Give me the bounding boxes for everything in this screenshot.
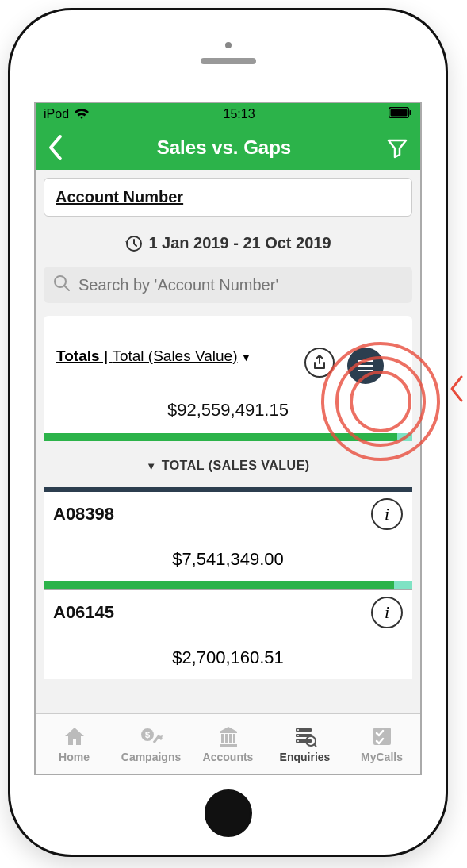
share-button[interactable]	[304, 348, 335, 378]
tab-label: Enquiries	[280, 751, 331, 763]
mycalls-icon	[370, 725, 394, 747]
enquiries-icon	[293, 725, 317, 747]
tab-label: Home	[59, 751, 90, 763]
totals-value: $92,559,491.15	[44, 394, 412, 433]
svg-text:$: $	[144, 730, 149, 739]
account-row[interactable]: A08398 i $7,541,349.00	[44, 492, 412, 589]
nav-bar: Sales vs. Gaps	[36, 125, 420, 170]
home-button[interactable]	[205, 789, 252, 837]
svg-rect-2	[409, 110, 411, 115]
account-row[interactable]: A06145 i $2,700,160.51	[44, 590, 412, 679]
camera-dot	[225, 42, 232, 48]
content-area: Account Number 1 Jan 2019 - 21 Oct 2019 …	[36, 170, 420, 713]
tab-enquiries[interactable]: Enquiries	[266, 714, 343, 774]
screen: iPod 15:13 Sales vs. Gaps	[34, 102, 422, 775]
accounts-icon	[216, 725, 240, 747]
svg-point-11	[297, 729, 299, 731]
search-box[interactable]	[44, 267, 412, 303]
tab-label: Accounts	[203, 751, 254, 763]
filter-field-selector[interactable]: Account Number	[44, 178, 412, 217]
account-bar	[44, 581, 412, 589]
battery-icon	[389, 107, 412, 121]
svg-point-13	[297, 740, 299, 742]
filter-button[interactable]	[385, 136, 409, 159]
account-value: $2,700,160.51	[44, 628, 412, 679]
sort-header[interactable]: ▼TOTAL (SALES VALUE)	[44, 441, 412, 487]
tab-home[interactable]: Home	[36, 714, 113, 774]
menu-button[interactable]	[347, 348, 384, 384]
svg-line-15	[314, 744, 316, 747]
search-input[interactable]	[78, 276, 403, 294]
carrier-label: iPod	[44, 107, 69, 121]
info-button[interactable]: i	[371, 498, 403, 530]
date-range-button[interactable]: 1 Jan 2019 - 21 Oct 2019	[44, 234, 412, 252]
totals-bar	[44, 433, 412, 441]
back-button[interactable]	[47, 134, 63, 161]
speaker	[201, 58, 256, 64]
search-icon	[53, 275, 71, 295]
tab-mycalls[interactable]: MyCalls	[343, 714, 420, 774]
svg-line-5	[64, 286, 69, 290]
account-value: $7,541,349.00	[44, 530, 412, 581]
sort-label: TOTAL (SALES VALUE)	[162, 459, 310, 472]
totals-measure: Total (Sales Value)	[112, 348, 237, 364]
tab-accounts[interactable]: Accounts	[189, 714, 266, 774]
annotation-chevron-icon	[448, 373, 464, 412]
totals-measure-selector[interactable]: Totals | Total (Sales Value)▼	[56, 348, 251, 364]
hamburger-icon	[358, 360, 373, 371]
sort-caret-icon: ▼	[146, 460, 156, 472]
date-range-label: 1 Jan 2019 - 21 Oct 2019	[148, 234, 331, 252]
status-bar: iPod 15:13	[36, 103, 420, 125]
tab-label: MyCalls	[361, 751, 403, 763]
tab-label: Campaigns	[121, 751, 181, 763]
wifi-icon	[74, 109, 90, 120]
svg-point-12	[297, 735, 299, 736]
account-number: A06145	[53, 602, 114, 623]
info-button[interactable]: i	[371, 597, 403, 628]
home-icon	[63, 725, 86, 747]
svg-rect-1	[390, 109, 407, 117]
campaigns-icon: $	[140, 725, 163, 747]
chevron-down-icon: ▼	[240, 351, 251, 363]
filter-field-label: Account Number	[56, 188, 183, 205]
account-number: A08398	[53, 504, 114, 524]
page-title: Sales vs. Gaps	[157, 136, 291, 159]
tab-bar: Home $ Campaigns Accounts Enquiries MyCa…	[36, 713, 420, 774]
totals-prefix: Totals |	[56, 348, 112, 364]
phone-frame: iPod 15:13 Sales vs. Gaps	[8, 8, 448, 857]
totals-card: Totals | Total (Sales Value)▼ $92,559,49…	[44, 316, 412, 441]
tab-campaigns[interactable]: $ Campaigns	[113, 714, 189, 774]
clock: 15:13	[223, 107, 255, 121]
history-icon	[124, 235, 142, 252]
